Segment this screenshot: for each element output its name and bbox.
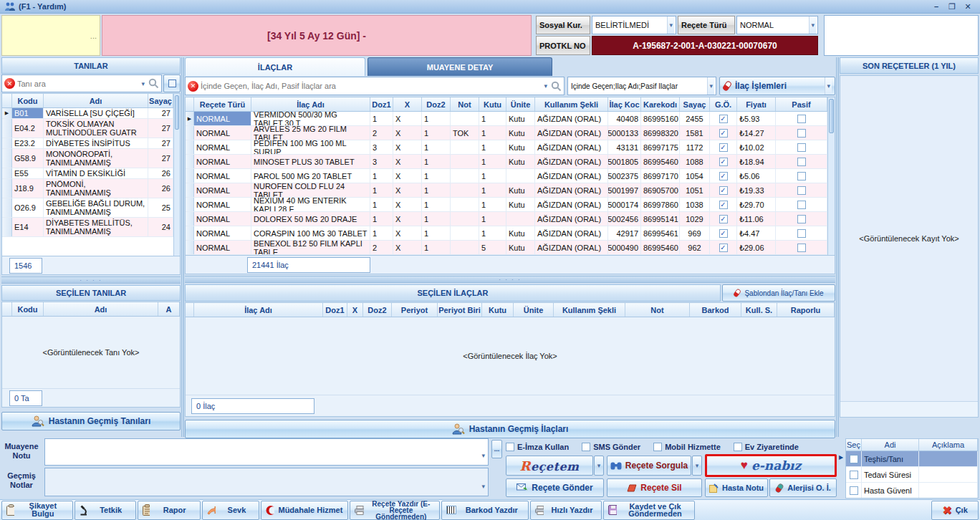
- vertical-splitter[interactable]: [836, 57, 839, 437]
- checkbox-icon[interactable]: [850, 486, 858, 495]
- ilac-pasif-checkbox[interactable]: [776, 241, 827, 254]
- ilac-go-checkbox[interactable]: ✓: [710, 169, 737, 183]
- kaydet-cik-button[interactable]: Kaydet ve Çık Göndermeden: [603, 501, 695, 520]
- column-header[interactable]: İlaç Adı: [194, 303, 323, 317]
- checkbox-icon[interactable]: [797, 201, 806, 209]
- column-header[interactable]: Kodu: [12, 94, 44, 107]
- chevron-down-icon[interactable]: ▾: [140, 75, 146, 92]
- chevron-down-icon[interactable]: ▾: [480, 477, 486, 496]
- column-header[interactable]: [186, 97, 194, 111]
- header-note-box[interactable]: [824, 15, 979, 56]
- checkbox-icon[interactable]: [797, 158, 806, 166]
- column-header[interactable]: İlaç Koc: [608, 97, 641, 111]
- column-header[interactable]: Not: [625, 303, 690, 317]
- ilac-go-checkbox[interactable]: ✓: [710, 155, 737, 168]
- column-header[interactable]: Doz1: [370, 97, 393, 111]
- ilac-go-checkbox[interactable]: ✓: [710, 126, 737, 140]
- checkbox-icon[interactable]: [582, 443, 590, 451]
- ilac-pasif-checkbox[interactable]: [776, 226, 827, 240]
- enabiz-button[interactable]: ♥ e-nabız: [705, 454, 837, 477]
- checkbox-icon[interactable]: ✓: [719, 115, 728, 123]
- tani-kodu[interactable]: E55: [12, 168, 44, 178]
- grid-select-button[interactable]: [163, 74, 181, 92]
- tani-kodu[interactable]: G58.9: [12, 149, 44, 168]
- ilac-search[interactable]: ✕ ▾: [185, 77, 565, 95]
- checkbox-icon[interactable]: ✓: [719, 143, 728, 152]
- ilac-go-checkbox[interactable]: ✓: [710, 183, 737, 197]
- ilac-pasif-checkbox[interactable]: [776, 126, 827, 140]
- ilac-go-checkbox[interactable]: ✓: [710, 140, 737, 154]
- checkbox-icon[interactable]: ✓: [719, 186, 728, 195]
- checkbox-mobil[interactable]: Mobil Hizmette: [653, 440, 721, 453]
- sablon-row[interactable]: Tedavi Süresi: [846, 467, 978, 483]
- ilac-row[interactable]: NORMALDOLOREX 50 MG 20 DRAJE1X11AĞIZDAN …: [186, 212, 827, 226]
- column-header[interactable]: [186, 303, 194, 317]
- recete-sil-button[interactable]: Reçete Sil: [607, 478, 702, 497]
- chevron-down-icon[interactable]: ▾: [480, 446, 486, 465]
- ilac-filter-select[interactable]: İçinde Geçen;İlaç Adı;Pasif İlaçlar ▾: [567, 77, 716, 95]
- hizli-yazdir-button[interactable]: Hızlı Yazdır: [530, 501, 602, 520]
- vertical-splitter[interactable]: [181, 57, 184, 437]
- ilac-pasif-checkbox[interactable]: [776, 169, 827, 183]
- tani-row[interactable]: ▶B01VARİSELLA [SU ÇİÇEĞİ]27: [2, 108, 173, 119]
- ilac-row[interactable]: NORMALCORASPIN 100 MG 30 TABLET1X11KutuA…: [186, 226, 827, 241]
- column-header[interactable]: Sayaç: [680, 97, 710, 111]
- column-header[interactable]: [2, 94, 12, 107]
- recetem-dropdown[interactable]: ▾: [594, 456, 604, 476]
- checkbox-icon[interactable]: ✓: [719, 229, 728, 238]
- column-header[interactable]: Doz1: [323, 303, 347, 317]
- column-header[interactable]: A: [158, 302, 180, 316]
- checkbox-icon[interactable]: [797, 186, 806, 195]
- checkbox-icon[interactable]: ✓: [719, 158, 728, 166]
- column-header[interactable]: Ünite: [506, 97, 535, 111]
- gecmis-ilaclar-button[interactable]: Hastanın Geçmiş İlaçları: [185, 420, 835, 438]
- clear-search-icon[interactable]: ✕: [4, 78, 15, 89]
- minimize-button[interactable]: –: [928, 2, 944, 11]
- recete-turu-select[interactable]: NORMAL ▾: [736, 16, 818, 34]
- recete-yazdir-button[interactable]: Reçete Yazdır (E-Reçete Göndermeden): [350, 501, 440, 520]
- column-header[interactable]: Not: [451, 97, 479, 111]
- gecmis-notlar-input[interactable]: ▾: [44, 468, 489, 496]
- tetkik-button[interactable]: Tetkik: [75, 501, 136, 520]
- search-icon[interactable]: [551, 81, 562, 92]
- ilac-pasif-checkbox[interactable]: [776, 155, 827, 168]
- checkbox-icon[interactable]: ✓: [719, 244, 728, 252]
- column-header[interactable]: Adı: [44, 94, 148, 107]
- column-header[interactable]: Doz2: [422, 97, 451, 111]
- column-header[interactable]: Barkod: [690, 303, 741, 317]
- column-header[interactable]: Pasif: [776, 97, 827, 111]
- clear-search-icon[interactable]: ✕: [188, 81, 198, 92]
- column-header[interactable]: Doz2: [363, 303, 392, 317]
- cik-button[interactable]: ✖ Çık: [931, 501, 979, 520]
- checkbox-icon[interactable]: ✓: [719, 201, 728, 209]
- recetem-button[interactable]: Reçetem: [506, 456, 593, 476]
- column-header[interactable]: Periyot Biri: [438, 303, 482, 317]
- ilac-pasif-checkbox[interactable]: [776, 140, 827, 154]
- column-header[interactable]: Kull. S.: [741, 303, 777, 317]
- ilac-islemleri-button[interactable]: İlaç İşlemleri ▾: [719, 77, 835, 95]
- tani-kodu[interactable]: E04.2: [12, 119, 44, 138]
- ilac-row[interactable]: NORMALNUROFEN COLD FLU 24 TABLET1X11Kutu…: [186, 183, 827, 198]
- sikayet-bulgu-button[interactable]: Şikayet Bulgu: [1, 501, 73, 520]
- column-header[interactable]: Fiyatı: [737, 97, 776, 111]
- ilac-row[interactable]: NORMALNEXIUM 40 MG ENTERIK KAPLI 28 F1X1…: [186, 198, 827, 212]
- sablon-adi[interactable]: Tedavi Süresi: [862, 467, 919, 482]
- checkbox-icon[interactable]: [797, 215, 806, 223]
- checkbox-icon[interactable]: ✓: [719, 129, 728, 138]
- sablon-row[interactable]: Hasta Güvenl: [846, 483, 978, 499]
- ilac-go-checkbox[interactable]: ✓: [710, 198, 737, 211]
- muayene-notu-input[interactable]: ▾: [44, 438, 489, 466]
- more-icon[interactable]: ...: [90, 32, 97, 40]
- checkbox-icon[interactable]: ✓: [719, 172, 728, 180]
- column-header[interactable]: Reçete Türü: [194, 97, 251, 111]
- alerji-button[interactable]: Alerjisi O. İ.: [769, 478, 837, 497]
- column-header[interactable]: Ünite: [514, 303, 554, 317]
- column-header[interactable]: Adı: [44, 302, 158, 316]
- tani-row[interactable]: O26.9GEBELİĞE BAĞLI DURUM, TANIMLANMAMIŞ…: [2, 198, 173, 218]
- tani-row[interactable]: E55VİTAMİN D EKSİKLİĞİ26: [2, 168, 173, 179]
- ilac-row[interactable]: NORMALBENEXOL B12 50 FILM KAPLI TABLE2X1…: [186, 241, 827, 255]
- ilac-pasif-checkbox[interactable]: [776, 112, 827, 125]
- ilac-go-checkbox[interactable]: ✓: [710, 112, 737, 125]
- checkbox-icon[interactable]: [850, 471, 858, 479]
- tani-kodu[interactable]: E14: [12, 218, 44, 236]
